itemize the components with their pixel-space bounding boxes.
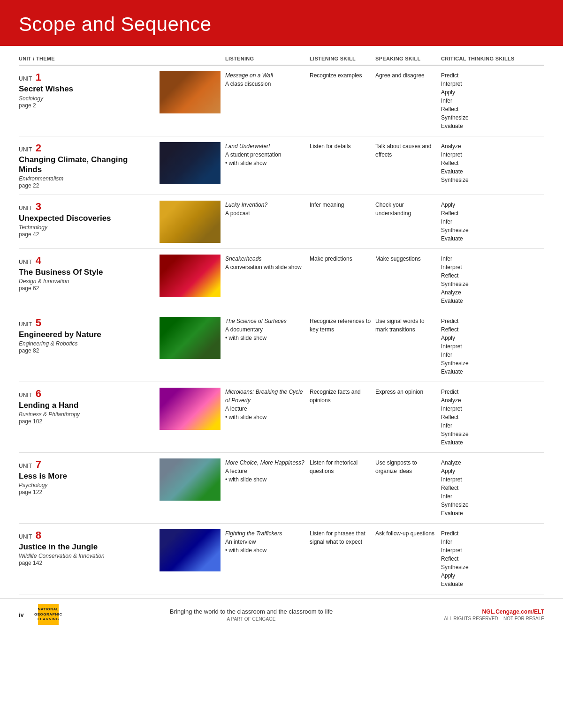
unit-image-4 [160,255,221,297]
listening-cell: More Choice, More Happiness?A lecture• w… [225,458,310,484]
listening-title: Message on a Wall [225,72,273,79]
listening-cell: Land Underwater!A student presentation• … [225,142,310,167]
unit-number: 5 [36,317,41,329]
header-bar: Scope and Sequence [0,0,563,46]
critical-thinking-cell: ApplyReflectInferSynthesizeEvaluate [441,201,544,243]
unit-number: 8 [36,529,41,541]
unit-label: UNIT [19,75,32,82]
col-unit-theme: UNIT / THEME [19,55,225,62]
column-headers: UNIT / THEME LISTENING LISTENING SKILL S… [19,51,544,66]
unit-number: 6 [36,388,41,399]
unit-image-7 [160,458,221,501]
unit-info-8: UNIT 8Justice in the JungleWildlife Cons… [19,529,225,571]
speaking-skill-cell: Express an opinion [375,388,441,396]
unit-label: UNIT [19,392,32,398]
unit-info-2: UNIT 2Changing Climate, Changing MindsEn… [19,142,225,189]
unit-info-4: UNIT 4The Business Of StyleDesign & Inno… [19,255,225,297]
col-listening-skill: LISTENING SKILL [310,55,375,62]
critical-thinking-cell: InferInterpretReflectSynthesizeAnalyzeEv… [441,255,544,305]
unit-label: UNIT [19,321,32,328]
listening-title: Microloans: Breaking the Cycle of Povert… [225,389,303,404]
ng-logo-text: NATIONAL GEOGRAPHIC LEARNING [34,607,62,622]
unit-title: Unexpected Discoveries [19,214,153,223]
listening-skill-cell: Recognize facts and opinions [310,388,375,405]
listening-cell: Fighting the TraffickersAn interview• wi… [225,529,310,555]
table-row: UNIT 3Unexpected DiscoveriesTechnologypa… [19,195,544,249]
unit-title: Less is More [19,472,153,481]
speaking-skill-cell: Ask follow-up questions [375,529,441,538]
ng-logo-box: NATIONAL GEOGRAPHIC LEARNING [38,604,59,625]
unit-theme: Wildlife Conservation & Innovation [19,553,153,559]
unit-title: Justice in the Jungle [19,542,153,552]
listening-skill-cell: Listen for phrases that signal what to e… [310,529,375,546]
unit-number: 4 [36,255,41,266]
unit-page: page 122 [19,489,153,495]
unit-label: UNIT [19,205,32,211]
speaking-skill-cell: Use signal words to mark transitions [375,317,441,334]
table-row: UNIT 2Changing Climate, Changing MindsEn… [19,136,544,195]
unit-page: page 82 [19,347,153,354]
unit-info-7: UNIT 7Less is MorePsychologypage 122 [19,458,225,501]
unit-label: UNIT [19,463,32,469]
unit-info-1: UNIT 1Secret WishesSociologypage 2 [19,71,225,113]
unit-page: page 62 [19,285,153,292]
listening-cell: SneakerheadsA conversation with slide sh… [225,255,310,271]
unit-theme: Psychology [19,482,153,488]
listening-title: Land Underwater! [225,143,270,150]
footer-tagline: Bringing the world to the classroom and … [68,608,434,615]
unit-number: 2 [36,142,41,154]
unit-theme: Technology [19,224,153,231]
unit-number: 1 [36,71,41,83]
critical-thinking-cell: AnalyzeInterpretReflectEvaluateSynthesiz… [441,142,544,184]
unit-label: UNIT [19,259,32,265]
unit-page: page 142 [19,560,153,566]
listening-cell: Message on a WallA class discussion [225,71,310,88]
speaking-skill-cell: Make suggestions [375,255,441,263]
unit-theme: Design & Innovation [19,278,153,285]
unit-title: Lending a Hand [19,401,153,410]
table-row: UNIT 8Justice in the JungleWildlife Cons… [19,524,544,594]
critical-thinking-cell: PredictInferInterpretReflectSynthesizeAp… [441,529,544,588]
critical-thinking-cell: PredictInterpretApplyInferReflectSynthes… [441,71,544,130]
table-row: UNIT 5Engineered by NatureEngineering & … [19,311,544,382]
col-speaking-skill: SPEAKING SKILL [375,55,441,62]
unit-image-5 [160,317,221,359]
critical-thinking-cell: PredictReflectApplyInterpretInferSynthes… [441,317,544,376]
unit-number: 7 [36,458,41,470]
unit-number: 3 [36,201,41,212]
unit-page: page 2 [19,102,153,109]
unit-theme: Business & Philanthropy [19,411,153,418]
speaking-skill-cell: Check your understanding [375,201,441,218]
listening-cell: Microloans: Breaking the Cycle of Povert… [225,388,310,421]
units-table: UNIT 1Secret WishesSociologypage 2Messag… [19,66,544,594]
listening-title: Fighting the Traffickers [225,530,282,537]
footer: iv NATIONAL GEOGRAPHIC LEARNING Bringing… [0,598,563,630]
footer-sub-tagline: A PART OF CENGAGE [68,616,434,622]
col-critical-thinking: CRITICAL THINKING SKILLS [441,55,544,62]
listening-skill-cell: Listen for rhetorical questions [310,458,375,475]
speaking-skill-cell: Use signposts to organize ideas [375,458,441,475]
table-row: UNIT 7Less is MorePsychologypage 122More… [19,453,544,524]
table-row: UNIT 6Lending a HandBusiness & Philanthr… [19,382,544,453]
listening-skill-cell: Recognize examples [310,71,375,80]
critical-thinking-cell: AnalyzeApplyInterpretReflectInferSynthes… [441,458,544,518]
unit-info-5: UNIT 5Engineered by NatureEngineering & … [19,317,225,359]
listening-title: More Choice, More Happiness? [225,459,304,466]
unit-image-1 [160,71,221,113]
listening-cell: The Science of SurfacesA documentary• wi… [225,317,310,342]
unit-page: page 102 [19,418,153,425]
unit-title: The Business Of Style [19,268,153,277]
page-number-left: iv [19,611,24,618]
footer-rights: ALL RIGHTS RESERVED – NOT FOR RESALE [444,616,544,621]
listening-title: The Science of Surfaces [225,318,287,324]
listening-skill-cell: Recognize references to key terms [310,317,375,334]
unit-image-8 [160,529,221,571]
unit-theme: Sociology [19,95,153,102]
listening-skill-cell: Make predictions [310,255,375,263]
unit-theme: Environmentalism [19,175,153,182]
unit-label: UNIT [19,146,32,153]
table-row: UNIT 1Secret WishesSociologypage 2Messag… [19,66,544,136]
speaking-skill-cell: Agree and disagree [375,71,441,80]
col-listening: LISTENING [225,55,310,62]
unit-image-2 [160,142,221,184]
